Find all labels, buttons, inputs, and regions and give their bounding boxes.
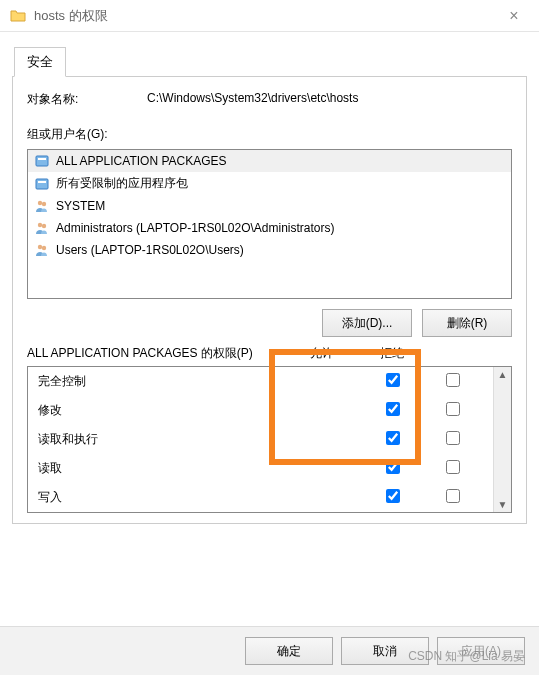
svg-rect-2	[36, 179, 48, 189]
scrollbar[interactable]: ▲ ▼	[493, 367, 511, 512]
list-item-label: Users (LAPTOP-1RS0L02O\Users)	[56, 243, 244, 257]
scroll-up-icon[interactable]: ▲	[498, 369, 508, 380]
list-item-label: Administrators (LAPTOP-1RS0L02O\Administ…	[56, 221, 335, 235]
add-button[interactable]: 添加(D)...	[322, 309, 412, 337]
permission-name: 读取和执行	[38, 431, 363, 448]
list-item-label: ALL APPLICATION PACKAGES	[56, 154, 227, 168]
col-allow: 允许	[287, 345, 357, 362]
svg-point-8	[38, 245, 42, 249]
package-icon	[34, 176, 50, 192]
permission-row: 读取	[28, 454, 493, 483]
tabstrip: 安全	[14, 46, 539, 76]
groupbox-label: 组或用户名(G):	[27, 126, 512, 143]
users-icon	[34, 220, 50, 236]
list-item[interactable]: Administrators (LAPTOP-1RS0L02O\Administ…	[28, 217, 511, 239]
users-listbox[interactable]: ALL APPLICATION PACKAGES所有受限制的应用程序包SYSTE…	[27, 149, 512, 299]
cancel-button[interactable]: 取消	[341, 637, 429, 665]
scroll-down-icon[interactable]: ▼	[498, 499, 508, 510]
permission-name: 读取	[38, 460, 363, 477]
list-item-label: SYSTEM	[56, 199, 105, 213]
allow-checkbox[interactable]	[386, 460, 400, 474]
permission-name: 写入	[38, 489, 363, 506]
permission-name: 修改	[38, 402, 363, 419]
allow-checkbox[interactable]	[386, 431, 400, 445]
allow-checkbox[interactable]	[386, 489, 400, 503]
svg-point-6	[38, 223, 42, 227]
svg-rect-0	[36, 156, 48, 166]
deny-checkbox[interactable]	[446, 373, 460, 387]
permissions-header: ALL APPLICATION PACKAGES 的权限(P) 允许 拒绝	[27, 345, 512, 362]
deny-checkbox[interactable]	[446, 431, 460, 445]
object-path: C:\Windows\System32\drivers\etc\hosts	[147, 91, 512, 108]
svg-point-5	[42, 202, 46, 206]
allow-checkbox[interactable]	[386, 402, 400, 416]
ok-button[interactable]: 确定	[245, 637, 333, 665]
object-row: 对象名称: C:\Windows\System32\drivers\etc\ho…	[27, 91, 512, 108]
users-icon	[34, 198, 50, 214]
titlebar: hosts 的权限 ×	[0, 0, 539, 32]
svg-point-4	[38, 201, 42, 205]
svg-point-9	[42, 246, 46, 250]
users-icon	[34, 242, 50, 258]
folder-icon	[10, 8, 26, 24]
list-item[interactable]: 所有受限制的应用程序包	[28, 172, 511, 195]
permission-row: 读取和执行	[28, 425, 493, 454]
dialog-footer: 确定 取消 应用(A)	[0, 626, 539, 675]
deny-checkbox[interactable]	[446, 489, 460, 503]
permissions-table: 完全控制修改读取和执行读取写入 ▲ ▼	[27, 366, 512, 513]
svg-rect-1	[38, 158, 46, 160]
tab-security[interactable]: 安全	[14, 47, 66, 77]
user-buttons-row: 添加(D)... 删除(R)	[27, 309, 512, 337]
list-item[interactable]: ALL APPLICATION PACKAGES	[28, 150, 511, 172]
deny-checkbox[interactable]	[446, 460, 460, 474]
svg-point-7	[42, 224, 46, 228]
permission-row: 写入	[28, 483, 493, 512]
package-icon	[34, 153, 50, 169]
list-item[interactable]: Users (LAPTOP-1RS0L02O\Users)	[28, 239, 511, 261]
close-icon[interactable]: ×	[499, 7, 529, 25]
deny-checkbox[interactable]	[446, 402, 460, 416]
apply-button[interactable]: 应用(A)	[437, 637, 525, 665]
window-title: hosts 的权限	[34, 7, 108, 25]
permission-row: 完全控制	[28, 367, 493, 396]
remove-button[interactable]: 删除(R)	[422, 309, 512, 337]
allow-checkbox[interactable]	[386, 373, 400, 387]
list-item-label: 所有受限制的应用程序包	[56, 175, 188, 192]
permission-row: 修改	[28, 396, 493, 425]
list-item[interactable]: SYSTEM	[28, 195, 511, 217]
object-label: 对象名称:	[27, 91, 147, 108]
permission-name: 完全控制	[38, 373, 363, 390]
permissions-title: ALL APPLICATION PACKAGES 的权限(P)	[27, 345, 287, 362]
security-panel: 对象名称: C:\Windows\System32\drivers\etc\ho…	[12, 76, 527, 524]
svg-rect-3	[38, 181, 46, 183]
col-deny: 拒绝	[357, 345, 427, 362]
